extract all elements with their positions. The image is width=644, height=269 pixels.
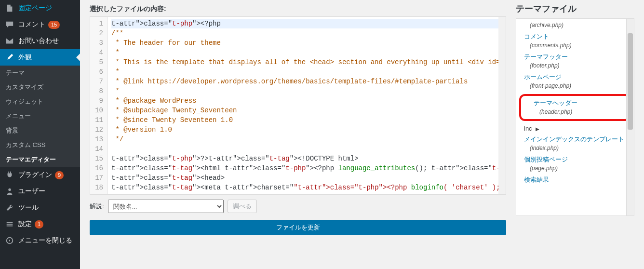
sidebar-label: ツール: [18, 203, 39, 212]
svg-point-0: [8, 188, 11, 191]
sidebar-label: コメント: [18, 20, 45, 29]
code-area[interactable]: t-attr">class="t-php"><?php/** * The hea…: [107, 17, 506, 194]
update-file-button[interactable]: ファイルを更新: [90, 220, 506, 235]
sidebar-item-users[interactable]: ユーザー: [0, 183, 80, 200]
appearance-submenu: テーマ カスタマイズ ウィジェット メニュー 背景 カスタム CSS テーマエデ…: [0, 66, 80, 167]
file-filename: (index.php): [516, 145, 634, 154]
doc-label: 解説:: [90, 202, 104, 211]
sidebar-label: メニューを閉じる: [18, 236, 72, 245]
sidebar-item-contact[interactable]: お問い合わせ: [0, 33, 80, 49]
file-item[interactable]: テーマフッター: [516, 52, 634, 62]
plugin-icon: [5, 170, 14, 180]
submenu-themes[interactable]: テーマ: [0, 66, 80, 80]
file-list[interactable]: (archive.php)コメント(comments.php)テーマフッター(f…: [516, 19, 634, 215]
file-item[interactable]: メインインデックスのテンプレート: [516, 134, 634, 145]
file-item[interactable]: テーマヘッダー: [526, 98, 624, 108]
plugins-badge: 9: [55, 171, 64, 179]
submenu-menus[interactable]: メニュー: [0, 109, 80, 123]
file-filename: (front-page.php): [516, 82, 634, 92]
sidebar-label: 設定: [18, 220, 32, 229]
settings-badge: 1: [35, 220, 43, 229]
file-filename: (header.php): [526, 108, 624, 118]
file-item[interactable]: 検索結果: [516, 175, 634, 185]
submenu-customize[interactable]: カスタマイズ: [0, 80, 80, 94]
doc-lookup-row: 解説: 関数名... 調べる: [90, 200, 506, 213]
file-column: テーマファイル (archive.php)コメント(comments.php)テ…: [516, 0, 634, 259]
file-item-current[interactable]: テーマヘッダー(header.php): [519, 94, 631, 121]
submenu-theme-editor[interactable]: テーマエディター: [0, 152, 80, 167]
comments-badge: 15: [48, 21, 60, 29]
submenu-background[interactable]: 背景: [0, 123, 80, 138]
submenu-custom-css[interactable]: カスタム CSS: [0, 138, 80, 152]
editor-column: 選択したファイルの内容: 123456789101112131415161718…: [90, 0, 506, 259]
file-item[interactable]: コメント: [516, 31, 634, 42]
comment-icon: [5, 20, 14, 29]
sidebar-item-plugins[interactable]: プラグイン 9: [0, 167, 80, 183]
sidebar-label: プラグイン: [18, 171, 52, 179]
admin-sidebar: 固定ページ コメント 15 お問い合わせ 外観 テーマ カスタマイズ ウィジェッ…: [0, 0, 80, 269]
page-icon: [5, 3, 14, 13]
settings-icon: [5, 219, 14, 229]
sidebar-item-appearance[interactable]: 外観: [0, 49, 80, 66]
sidebar-item-settings[interactable]: 設定 1: [0, 216, 80, 232]
file-list-container: (archive.php)コメント(comments.php)テーマフッター(f…: [516, 18, 634, 216]
file-filename: (page.php): [516, 165, 634, 175]
sidebar-item-pages[interactable]: 固定ページ: [0, 0, 80, 16]
function-select[interactable]: 関数名...: [108, 200, 224, 213]
sidebar-label: 外観: [18, 53, 32, 62]
sidebar-item-tools[interactable]: ツール: [0, 200, 80, 216]
file-list-scrollbar[interactable]: [626, 19, 634, 215]
sidebar-label: ユーザー: [18, 187, 45, 196]
sidebar-label: 固定ページ: [18, 4, 52, 13]
submenu-widgets[interactable]: ウィジェット: [0, 94, 80, 109]
line-gutter: 123456789101112131415161718: [90, 17, 107, 194]
file-item[interactable]: 個別投稿ページ: [516, 154, 634, 165]
svg-rect-3: [7, 226, 13, 227]
file-filename: (comments.php): [516, 42, 634, 52]
sidebar-collapse[interactable]: メニューを閉じる: [0, 232, 80, 249]
code-editor[interactable]: 123456789101112131415161718 t-attr">clas…: [90, 16, 506, 195]
tools-icon: [5, 203, 14, 213]
sidebar-label: お問い合わせ: [18, 37, 59, 45]
main-content: 選択したファイルの内容: 123456789101112131415161718…: [80, 0, 644, 269]
collapse-icon: [5, 236, 14, 245]
file-item[interactable]: ホームページ: [516, 72, 634, 82]
svg-rect-2: [7, 224, 13, 225]
file-filename: (archive.php): [516, 22, 634, 31]
folder-item[interactable]: inc ▶: [516, 123, 634, 134]
lookup-button[interactable]: 調べる: [228, 200, 257, 213]
user-icon: [5, 187, 14, 196]
editor-title: 選択したファイルの内容:: [90, 5, 506, 13]
svg-rect-1: [7, 222, 13, 223]
brush-icon: [5, 53, 14, 62]
mail-icon: [5, 36, 14, 46]
theme-files-heading: テーマファイル: [516, 3, 634, 14]
file-filename: (footer.php): [516, 62, 634, 72]
editor-scrollbar[interactable]: [498, 17, 506, 194]
sidebar-item-comments[interactable]: コメント 15: [0, 16, 80, 33]
